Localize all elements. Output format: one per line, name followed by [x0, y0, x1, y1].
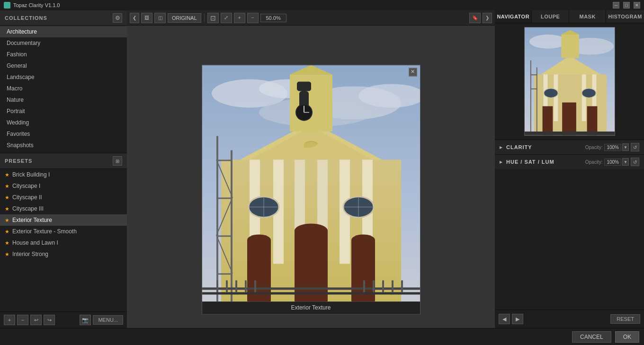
reset-button[interactable]: RESET: [610, 314, 640, 324]
redo-button[interactable]: ▶: [512, 314, 523, 324]
zoom-out-button[interactable]: −: [247, 13, 259, 23]
zoom-fit-button[interactable]: ⤢: [221, 13, 232, 23]
preset-label: Cityscape I: [12, 183, 40, 189]
opacity-value: 100%: [604, 144, 621, 151]
tab-navigator[interactable]: NAVIGATOR: [495, 10, 532, 23]
undo-button[interactable]: ◀: [499, 314, 510, 324]
opacity-value: 100%: [604, 159, 621, 166]
svg-rect-53: [373, 280, 375, 292]
section-reset-button[interactable]: ↺: [631, 143, 639, 151]
right-panel: NAVIGATORLOUPEMASKHISTOGRAM: [495, 10, 644, 328]
preset-item-brick-building-i[interactable]: ★Brick Building I: [0, 169, 127, 180]
history-buttons: ◀ ▶: [499, 314, 523, 324]
preset-item-interior-strong[interactable]: ★Interior Strong: [0, 248, 127, 260]
svg-point-25: [295, 223, 328, 238]
cancel-button[interactable]: CANCEL: [572, 331, 611, 343]
add-preset-button[interactable]: +: [4, 315, 15, 325]
minimize-button[interactable]: ─: [613, 2, 619, 9]
preset-star-icon: ★: [5, 229, 9, 235]
presets-grid-button[interactable]: ⊞: [113, 156, 122, 166]
collection-item-general[interactable]: General: [0, 60, 127, 71]
svg-rect-62: [561, 35, 579, 58]
preset-star-icon: ★: [5, 251, 9, 257]
title-bar-left: Topaz Clarity V1.1.0: [4, 2, 60, 9]
window-controls[interactable]: ─ □ ✕: [613, 2, 640, 9]
svg-rect-76: [530, 74, 537, 75]
svg-rect-47: [216, 280, 218, 292]
original-button[interactable]: ORIGINAL: [168, 13, 201, 23]
close-button[interactable]: ✕: [634, 2, 640, 9]
collection-item-favorites[interactable]: Favorites: [0, 128, 127, 140]
main-layout: COLLECTIONS ⚙ ArchitectureDocumentaryFas…: [0, 10, 644, 328]
app-title: Topaz Clarity V1.1.0: [13, 2, 60, 8]
preset-item-cityscape-ii[interactable]: ★Cityscape II: [0, 192, 127, 203]
app-icon: [4, 2, 10, 9]
collections-gear-button[interactable]: ⚙: [113, 13, 122, 23]
zoom-in-button[interactable]: +: [234, 13, 245, 23]
bookmark-button[interactable]: 🔖: [469, 13, 481, 23]
right-panel-footer: ◀ ▶ RESET: [495, 310, 644, 328]
preset-star-icon: ★: [5, 183, 9, 189]
preset-item-cityscape-iii[interactable]: ★Cityscape III: [0, 203, 127, 214]
svg-rect-74: [530, 60, 531, 135]
collections-label: COLLECTIONS: [5, 15, 47, 21]
import-preset-button[interactable]: ↩: [30, 315, 42, 325]
collection-item-architecture[interactable]: Architecture: [0, 26, 127, 37]
preview-close-button[interactable]: ✕: [409, 68, 417, 76]
navigator-thumbnail-area: [495, 23, 644, 140]
collection-item-wedding[interactable]: Wedding: [0, 117, 127, 128]
panel-section-header[interactable]: ▶HUE / SAT / LUMOpacity:100%▼↺: [495, 155, 644, 169]
navigator-thumbnail: [524, 27, 615, 136]
fit-button[interactable]: ⊡: [207, 13, 219, 23]
tab-histogram[interactable]: HISTOGRAM: [606, 10, 644, 23]
collection-item-fashion[interactable]: Fashion: [0, 49, 127, 60]
preview-caption: Exterior Texture: [202, 301, 420, 314]
maximize-button[interactable]: □: [623, 2, 630, 9]
preset-item-house-and-lawn-i[interactable]: ★House and Lawn I: [0, 237, 127, 248]
collection-item-macro[interactable]: Macro: [0, 83, 127, 94]
preset-label: Brick Building I: [12, 171, 50, 178]
svg-rect-49: [235, 280, 237, 292]
collection-item-nature[interactable]: Nature: [0, 94, 127, 106]
svg-rect-39: [216, 197, 233, 199]
section-reset-button[interactable]: ↺: [631, 158, 639, 166]
panel-section-hue-sat-lum: ▶HUE / SAT / LUMOpacity:100%▼↺: [495, 154, 644, 169]
church-image: [202, 65, 420, 301]
preset-item-cityscape-i[interactable]: ★Cityscape I: [0, 180, 127, 192]
next-image-button[interactable]: ❯: [483, 13, 492, 23]
svg-rect-71: [587, 106, 597, 135]
zoom-level-display: 50.0%: [260, 14, 286, 22]
export-preset-button[interactable]: ↪: [44, 315, 55, 325]
svg-rect-54: [382, 280, 384, 292]
snapshot-button[interactable]: 📷: [80, 315, 91, 325]
compare-view-button[interactable]: ◫: [154, 13, 166, 23]
svg-rect-56: [401, 280, 403, 292]
menu-button[interactable]: MENU...: [93, 315, 123, 325]
tab-loupe[interactable]: LOUPE: [532, 10, 569, 23]
svg-rect-38: [216, 159, 233, 161]
opacity-dropdown[interactable]: ▼: [622, 143, 629, 151]
svg-rect-78: [525, 132, 615, 135]
svg-rect-15: [290, 74, 332, 131]
opacity-dropdown[interactable]: ▼: [622, 158, 629, 166]
sidebar: COLLECTIONS ⚙ ArchitectureDocumentaryFas…: [0, 10, 127, 328]
preset-item-exterior-texture---smooth[interactable]: ★Exterior Texture - Smooth: [0, 226, 127, 237]
panel-section-header[interactable]: ▶CLARITYOpacity:100%▼↺: [495, 140, 644, 154]
collection-item-landscape[interactable]: Landscape: [0, 71, 127, 83]
tab-mask[interactable]: MASK: [569, 10, 606, 23]
collection-item-portrait[interactable]: Portrait: [0, 106, 127, 117]
svg-rect-40: [216, 235, 233, 237]
svg-point-27: [247, 234, 271, 246]
svg-rect-66: [554, 74, 558, 121]
navigator-tabs: NAVIGATORLOUPEMASKHISTOGRAM: [495, 10, 644, 23]
separator: [204, 14, 205, 22]
collection-item-snapshots[interactable]: Snapshots: [0, 140, 127, 151]
delete-preset-button[interactable]: −: [17, 315, 28, 325]
photo-view-button[interactable]: 🖼: [141, 13, 152, 23]
preview-image-container: [202, 65, 420, 301]
ok-button[interactable]: OK: [615, 331, 639, 343]
section-label: HUE / SAT / LUM: [506, 159, 585, 165]
preset-item-exterior-texture[interactable]: ★Exterior Texture: [0, 214, 127, 226]
prev-image-button[interactable]: ❮: [130, 13, 139, 23]
collection-item-documentary[interactable]: Documentary: [0, 37, 127, 49]
